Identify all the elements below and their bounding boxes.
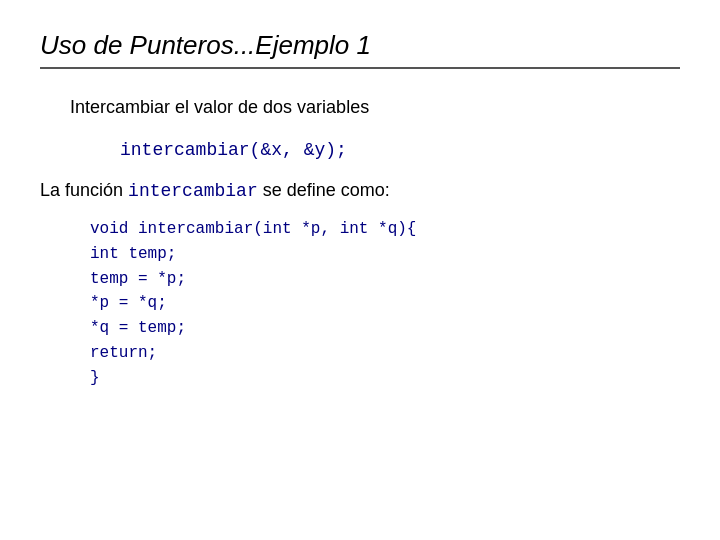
code-line-6: return; bbox=[90, 341, 680, 366]
code-line-2: int temp; bbox=[90, 242, 680, 267]
code-line-7-text: } bbox=[90, 369, 100, 387]
description-line: La función intercambiar se define como: bbox=[40, 180, 680, 201]
slide-container: Uso de Punteros...Ejemplo 1 Intercambiar… bbox=[0, 0, 720, 540]
code-line-3-text: temp = *p; bbox=[90, 270, 186, 288]
subtitle-text: Intercambiar el valor de dos variables bbox=[70, 97, 369, 117]
code-line-7: } bbox=[90, 366, 680, 391]
description-prefix: La función bbox=[40, 180, 128, 200]
code-line-5-text: *q = temp; bbox=[90, 319, 186, 337]
center-code: intercambiar(&x, &y); bbox=[120, 140, 680, 160]
description-suffix: se define como: bbox=[258, 180, 390, 200]
code-line-2-text: int temp; bbox=[90, 245, 176, 263]
center-code-text: intercambiar(&x, &y); bbox=[120, 140, 347, 160]
description-mono: intercambiar bbox=[128, 181, 258, 201]
code-block: void intercambiar(int *p, int *q){ int t… bbox=[90, 217, 680, 391]
code-line-1: void intercambiar(int *p, int *q){ bbox=[90, 217, 680, 242]
slide-title: Uso de Punteros...Ejemplo 1 bbox=[40, 30, 680, 69]
code-line-6-text: return; bbox=[90, 344, 157, 362]
title-text: Uso de Punteros...Ejemplo 1 bbox=[40, 30, 371, 60]
code-line-3: temp = *p; bbox=[90, 267, 680, 292]
subtitle: Intercambiar el valor de dos variables bbox=[70, 97, 680, 118]
code-line-4: *p = *q; bbox=[90, 291, 680, 316]
code-line-4-text: *p = *q; bbox=[90, 294, 167, 312]
code-line-5: *q = temp; bbox=[90, 316, 680, 341]
code-line-1-text: void intercambiar(int *p, int *q){ bbox=[90, 220, 416, 238]
